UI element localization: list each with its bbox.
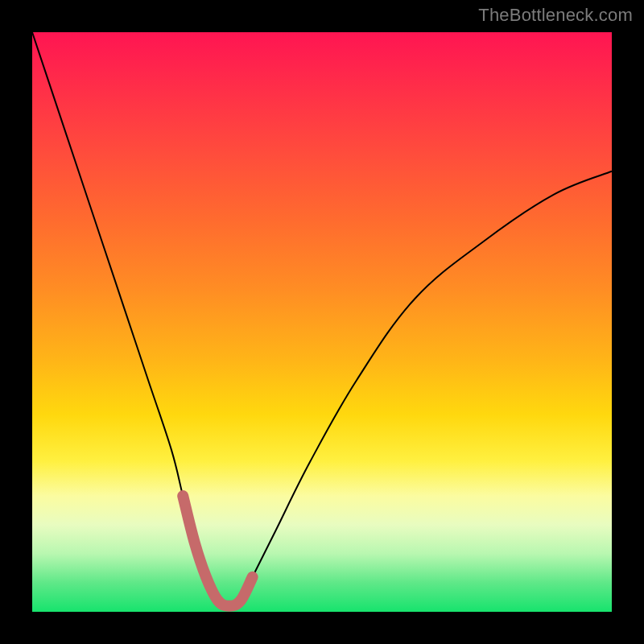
chart-container: TheBottleneck.com	[0, 0, 644, 644]
bottleneck-curve	[32, 32, 612, 606]
watermark-text: TheBottleneck.com	[478, 5, 633, 26]
plot-area	[32, 32, 612, 612]
optimal-region-highlight	[183, 496, 252, 606]
curve-svg	[32, 32, 612, 612]
